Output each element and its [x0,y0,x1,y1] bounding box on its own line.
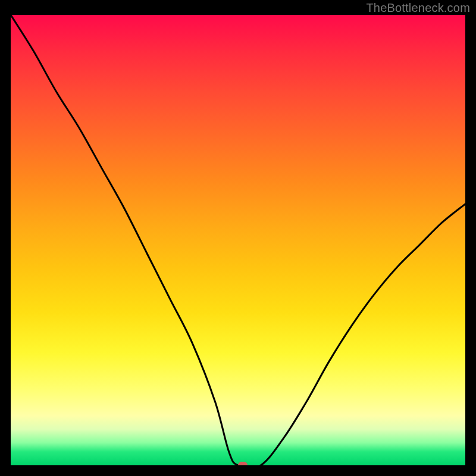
watermark-text: TheBottleneck.com [366,1,470,15]
chart-frame: TheBottleneck.com [0,0,476,476]
minimum-marker [238,462,248,465]
plot-area [11,15,465,465]
bottleneck-curve [11,15,465,465]
